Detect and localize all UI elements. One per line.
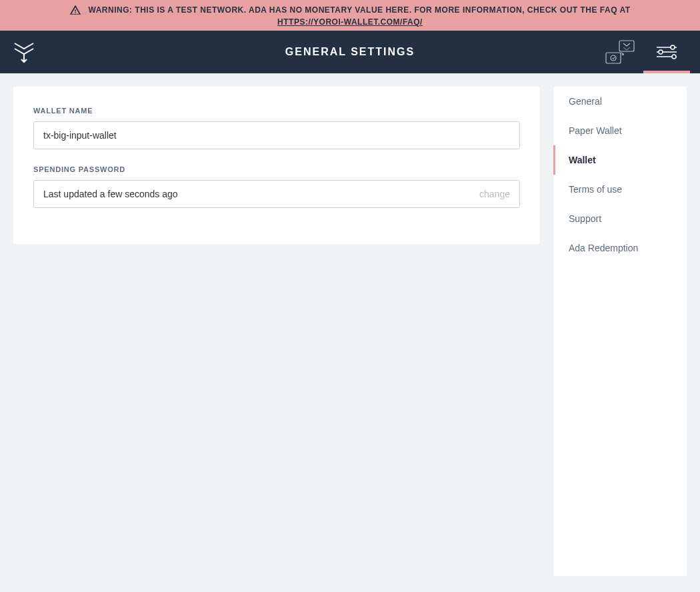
sidebar-item-label: Terms of use [569, 184, 622, 195]
sidebar-item-label: Paper Wallet [569, 125, 622, 136]
sidebar-item-general[interactable]: General [553, 87, 687, 116]
svg-point-8 [672, 55, 676, 59]
svg-point-2 [611, 55, 616, 61]
page-title: GENERAL SETTINGS [285, 46, 415, 58]
warning-icon [69, 4, 81, 16]
sidebar-item-support[interactable]: Support [553, 204, 687, 233]
navbar: GENERAL SETTINGS [0, 31, 700, 73]
sidebar-item-label: Wallet [569, 155, 596, 165]
sidebar-item-ada-redemption[interactable]: Ada Redemption [553, 233, 687, 263]
warning-banner: WARNING: THIS IS A TEST NETWORK. ADA HAS… [0, 0, 700, 31]
svg-point-6 [659, 50, 663, 54]
settings-panel: WALLET NAME SPENDING PASSWORD Last updat… [13, 87, 540, 244]
app-logo[interactable] [13, 41, 35, 63]
wallet-name-label: WALLET NAME [33, 107, 520, 115]
sidebar-item-label: Support [569, 213, 601, 224]
svg-rect-1 [606, 53, 621, 63]
sidebar-item-paper-wallet[interactable]: Paper Wallet [553, 116, 687, 145]
warning-text: WARNING: THIS IS A TEST NETWORK. ADA HAS… [88, 5, 630, 15]
warning-link[interactable]: HTTPS://YOROI-WALLET.COM/FAQ/ [277, 17, 423, 27]
change-password-button[interactable]: change [479, 189, 510, 199]
password-status-text: Last updated a few seconds ago [43, 189, 178, 199]
sidebar-item-label: General [569, 96, 602, 107]
sidebar-item-label: Ada Redemption [569, 243, 638, 253]
settings-icon[interactable] [643, 31, 690, 73]
svg-point-4 [671, 45, 675, 49]
wallet-add-icon[interactable] [597, 31, 643, 73]
sidebar-item-wallet[interactable]: Wallet [553, 145, 687, 175]
settings-sidebar: General Paper Wallet Wallet Terms of use… [553, 87, 687, 576]
spending-password-label: SPENDING PASSWORD [33, 165, 520, 173]
sidebar-item-terms-of-use[interactable]: Terms of use [553, 175, 687, 204]
spending-password-row: Last updated a few seconds ago change [33, 180, 520, 208]
wallet-name-input[interactable] [33, 121, 520, 149]
